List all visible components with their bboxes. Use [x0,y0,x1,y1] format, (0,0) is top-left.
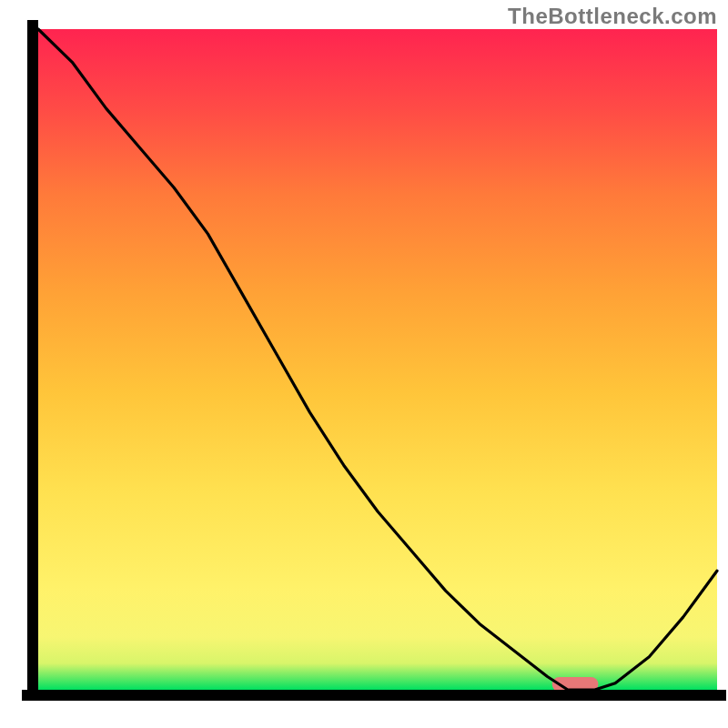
plot-gradient-background [38,29,717,690]
chart-stage: TheBottleneck.com [0,0,728,728]
bottleneck-chart [0,0,728,728]
